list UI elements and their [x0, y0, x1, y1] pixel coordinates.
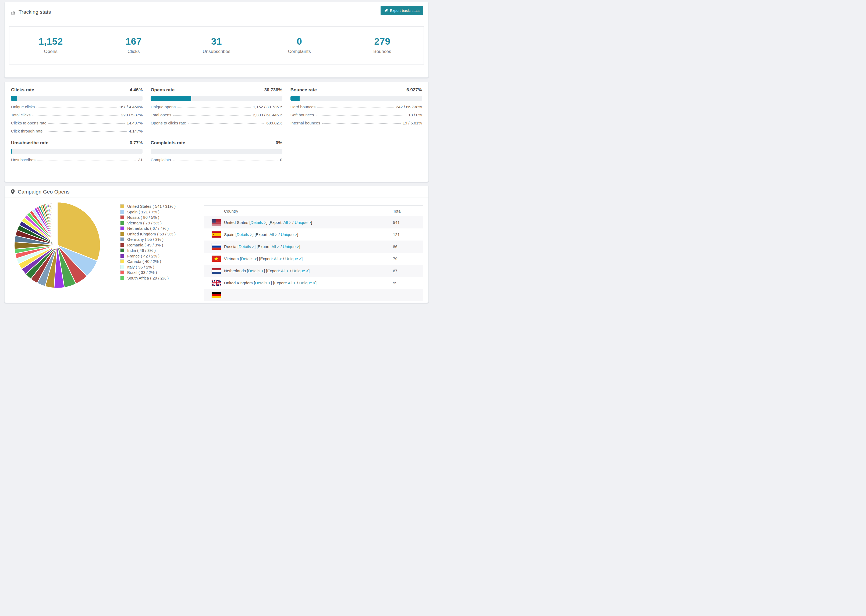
geo-table-row: [Details >] [Export: All > / Unique >]: [204, 289, 423, 301]
rate-row-value: 689.82%: [266, 121, 282, 125]
stat-cell: 1,152 Opens: [9, 27, 92, 64]
legend-item[interactable]: South Africa ( 29 / 2% ): [120, 276, 194, 280]
legend-swatch: [120, 204, 124, 208]
legend-item[interactable]: United States ( 541 / 31% ): [120, 204, 194, 208]
slash-text: /: [282, 256, 285, 261]
rate-section: Unsubscribe rate 0.77% Unsubscribes 31: [11, 140, 143, 162]
slash-text: /: [277, 232, 281, 237]
bracket-text: ]: [311, 220, 312, 225]
legend-item[interactable]: Canada ( 40 / 2% ): [120, 259, 194, 263]
stat-value: 279: [374, 36, 390, 46]
rate-rows: Unique clicks 167 / 4.456% Total clicks …: [11, 105, 143, 133]
dotted-leader: [173, 160, 278, 160]
legend-item[interactable]: Russia ( 86 / 5% ): [120, 215, 194, 219]
dotted-leader: [45, 131, 127, 132]
country-cell: Russia [Details >] [Export: All > / Uniq…: [224, 244, 393, 249]
export-unique-link[interactable]: Unique >: [299, 281, 315, 285]
details-link[interactable]: Details >: [255, 281, 271, 285]
export-unique-link[interactable]: Unique >: [292, 269, 309, 273]
rate-row-label: Unique clicks: [11, 105, 35, 109]
rate-section: Bounce rate 6.927% Hard bounces 242 / 86…: [290, 87, 422, 133]
export-basic-stats-button[interactable]: Export basic stats: [381, 6, 423, 15]
country-total: 67: [393, 269, 423, 273]
bracket-text: ] [: [252, 232, 256, 237]
geo-title: Campaign Geo Opens: [18, 189, 70, 195]
legend-item[interactable]: Brazil ( 33 / 2% ): [120, 270, 194, 274]
progress-bar: [151, 96, 282, 101]
geo-table: Country Total United States [Details >] …: [204, 205, 423, 301]
bracket-text: ] [: [257, 256, 260, 261]
export-unique-link[interactable]: Unique >: [285, 256, 301, 261]
rate-section-header: Opens rate 30.736%: [151, 87, 282, 93]
tracking-stats-title: Tracking stats: [19, 9, 51, 15]
export-all-link[interactable]: All >: [271, 244, 279, 249]
details-link[interactable]: Details >: [250, 220, 266, 225]
legend-item[interactable]: United Kingdom ( 59 / 3% ): [120, 232, 194, 236]
rate-row: Opens to clicks rate 689.82%: [151, 121, 282, 125]
country-flag-icon: [212, 231, 221, 237]
rate-row: Unsubscribes 31: [11, 157, 143, 162]
rate-row: Click through rate 4.147%: [11, 129, 143, 133]
rate-row: Unique clicks 167 / 4.456%: [11, 105, 143, 109]
rate-title: Unsubscribe rate: [11, 140, 49, 146]
legend-item[interactable]: Spain ( 121 / 7% ): [120, 210, 194, 214]
export-unique-link[interactable]: Unique >: [295, 220, 311, 225]
progress-bar-fill: [11, 149, 12, 154]
export-unique-link[interactable]: Unique >: [283, 244, 299, 249]
rate-row-value: 1,152 / 30.736%: [253, 105, 282, 109]
legend-item[interactable]: India ( 46 / 3% ): [120, 248, 194, 252]
details-link[interactable]: Details >: [237, 232, 252, 237]
export-all-link[interactable]: All >: [281, 269, 289, 273]
export-all-link[interactable]: All >: [283, 220, 291, 225]
stat-value: 0: [297, 36, 302, 46]
details-link[interactable]: Details >: [239, 244, 254, 249]
legend-item[interactable]: Netherlands ( 67 / 4% ): [120, 226, 194, 230]
rates-grid: Clicks rate 4.46% Unique clicks 167 / 4.…: [5, 82, 428, 162]
progress-bar: [11, 96, 143, 101]
country-total: 121: [393, 232, 423, 237]
export-prefix: Export:: [270, 220, 283, 225]
rate-section: Clicks rate 4.46% Unique clicks 167 / 4.…: [11, 87, 143, 133]
dotted-leader: [322, 123, 401, 124]
details-link[interactable]: Details >: [241, 256, 257, 261]
details-link[interactable]: Details >: [248, 269, 264, 273]
rate-title: Bounce rate: [290, 87, 317, 93]
stat-cell: 0 Complaints: [258, 27, 341, 64]
rate-rows: Hard bounces 242 / 86.738% Soft bounces …: [290, 105, 422, 125]
country-total: 541: [393, 220, 423, 225]
legend-label: Russia ( 86 / 5% ): [127, 215, 159, 220]
legend-label: Romania ( 49 / 3% ): [127, 243, 163, 247]
slash-text: /: [289, 269, 292, 273]
export-prefix: Export:: [267, 269, 280, 273]
legend-item[interactable]: Vietnam ( 79 / 5% ): [120, 221, 194, 225]
export-all-link[interactable]: All >: [269, 232, 277, 237]
rate-title: Clicks rate: [11, 87, 34, 93]
stat-cell: 31 Unsubscribes: [175, 27, 258, 64]
export-all-link[interactable]: All >: [274, 256, 282, 261]
legend-label: Vietnam ( 79 / 5% ): [127, 221, 162, 225]
geo-table-row: Netherlands [Details >] [Export: All > /…: [204, 265, 423, 277]
legend-swatch: [120, 276, 124, 280]
country-name: United Kingdom: [224, 281, 253, 285]
dotted-leader: [36, 107, 117, 107]
rate-row-value: 18 / 0%: [408, 113, 422, 117]
rate-value: 0%: [276, 140, 282, 146]
legend-label: Canada ( 40 / 2% ): [127, 259, 161, 264]
country-flag-icon: [212, 256, 221, 262]
rate-row: Total opens 2,303 / 61.446%: [151, 113, 282, 117]
country-total: 86: [393, 244, 423, 249]
pie-legend: United States ( 541 / 31% ) Spain ( 121 …: [120, 204, 194, 301]
geo-table-row: Spain [Details >] [Export: All > / Uniqu…: [204, 228, 423, 240]
legend-item[interactable]: Germany ( 55 / 3% ): [120, 237, 194, 241]
rate-row: Unique opens 1,152 / 30.736%: [151, 105, 282, 109]
legend-item[interactable]: Italy ( 36 / 2% ): [120, 265, 194, 269]
stat-label: Complaints: [288, 49, 311, 54]
export-all-link[interactable]: All >: [288, 281, 296, 285]
legend-label: South Africa ( 29 / 2% ): [127, 276, 168, 280]
legend-item[interactable]: France ( 42 / 2% ): [120, 254, 194, 258]
rate-value: 0.77%: [130, 140, 143, 146]
legend-label: United States ( 541 / 31% ): [127, 204, 176, 209]
bracket-text: ] [: [266, 220, 270, 225]
legend-item[interactable]: Romania ( 49 / 3% ): [120, 243, 194, 247]
export-unique-link[interactable]: Unique >: [281, 232, 297, 237]
